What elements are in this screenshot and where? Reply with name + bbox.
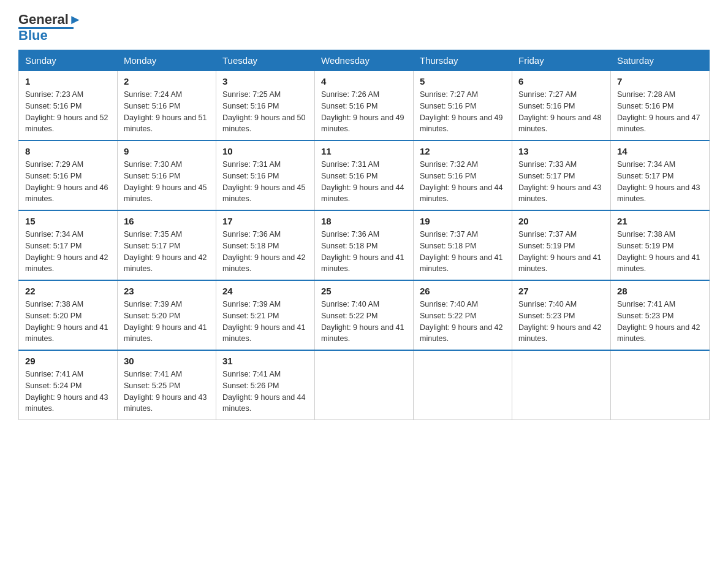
- calendar-week-row: 22Sunrise: 7:38 AMSunset: 5:20 PMDayligh…: [19, 280, 710, 350]
- day-info: Sunrise: 7:41 AMSunset: 5:23 PMDaylight:…: [617, 299, 703, 345]
- day-number: 30: [124, 356, 210, 366]
- calendar-cell: 9Sunrise: 7:30 AMSunset: 5:16 PMDaylight…: [118, 140, 216, 210]
- day-number: 13: [518, 146, 604, 156]
- day-number: 26: [420, 286, 506, 296]
- day-info: Sunrise: 7:35 AMSunset: 5:17 PMDaylight:…: [124, 229, 210, 275]
- calendar-week-row: 8Sunrise: 7:29 AMSunset: 5:16 PMDaylight…: [19, 140, 710, 210]
- day-number: 28: [617, 286, 703, 296]
- calendar-cell: [315, 350, 414, 420]
- day-number: 5: [420, 76, 506, 86]
- day-number: 8: [25, 146, 111, 156]
- weekday-header-tuesday: Tuesday: [216, 50, 315, 71]
- calendar-cell: 8Sunrise: 7:29 AMSunset: 5:16 PMDaylight…: [19, 140, 118, 210]
- calendar-cell: 10Sunrise: 7:31 AMSunset: 5:16 PMDayligh…: [216, 140, 315, 210]
- calendar-cell: 3Sunrise: 7:25 AMSunset: 5:16 PMDaylight…: [216, 71, 315, 141]
- day-info: Sunrise: 7:38 AMSunset: 5:20 PMDaylight:…: [25, 299, 111, 345]
- day-number: 14: [617, 146, 703, 156]
- calendar-cell: 7Sunrise: 7:28 AMSunset: 5:16 PMDaylight…: [611, 71, 710, 141]
- calendar-cell: 13Sunrise: 7:33 AMSunset: 5:17 PMDayligh…: [512, 140, 611, 210]
- day-info: Sunrise: 7:40 AMSunset: 5:22 PMDaylight:…: [321, 299, 407, 345]
- day-info: Sunrise: 7:41 AMSunset: 5:26 PMDaylight:…: [222, 369, 308, 415]
- calendar-cell: 30Sunrise: 7:41 AMSunset: 5:25 PMDayligh…: [118, 350, 216, 420]
- day-number: 10: [222, 146, 308, 156]
- day-number: 27: [518, 286, 604, 296]
- day-info: Sunrise: 7:40 AMSunset: 5:23 PMDaylight:…: [518, 299, 604, 345]
- weekday-header-wednesday: Wednesday: [315, 50, 414, 71]
- day-info: Sunrise: 7:34 AMSunset: 5:17 PMDaylight:…: [617, 159, 703, 205]
- day-number: 29: [25, 356, 111, 366]
- day-number: 3: [222, 76, 308, 86]
- day-number: 22: [25, 286, 111, 296]
- calendar-week-row: 15Sunrise: 7:34 AMSunset: 5:17 PMDayligh…: [19, 210, 710, 280]
- calendar-cell: 17Sunrise: 7:36 AMSunset: 5:18 PMDayligh…: [216, 210, 315, 280]
- day-info: Sunrise: 7:23 AMSunset: 5:16 PMDaylight:…: [25, 89, 111, 135]
- day-number: 17: [222, 216, 308, 226]
- day-info: Sunrise: 7:28 AMSunset: 5:16 PMDaylight:…: [617, 89, 703, 135]
- calendar-cell: 25Sunrise: 7:40 AMSunset: 5:22 PMDayligh…: [315, 280, 414, 350]
- calendar-cell: 6Sunrise: 7:27 AMSunset: 5:16 PMDaylight…: [512, 71, 611, 141]
- calendar-week-row: 29Sunrise: 7:41 AMSunset: 5:24 PMDayligh…: [19, 350, 710, 420]
- calendar-cell: 26Sunrise: 7:40 AMSunset: 5:22 PMDayligh…: [414, 280, 512, 350]
- calendar-cell: 18Sunrise: 7:36 AMSunset: 5:18 PMDayligh…: [315, 210, 414, 280]
- calendar-cell: 31Sunrise: 7:41 AMSunset: 5:26 PMDayligh…: [216, 350, 315, 420]
- calendar-cell: 2Sunrise: 7:24 AMSunset: 5:16 PMDaylight…: [118, 71, 216, 141]
- day-number: 12: [420, 146, 506, 156]
- day-info: Sunrise: 7:33 AMSunset: 5:17 PMDaylight:…: [518, 159, 604, 205]
- calendar-cell: [414, 350, 512, 420]
- day-info: Sunrise: 7:36 AMSunset: 5:18 PMDaylight:…: [321, 229, 407, 275]
- calendar-cell: 21Sunrise: 7:38 AMSunset: 5:19 PMDayligh…: [611, 210, 710, 280]
- day-info: Sunrise: 7:37 AMSunset: 5:19 PMDaylight:…: [518, 229, 604, 275]
- day-info: Sunrise: 7:34 AMSunset: 5:17 PMDaylight:…: [25, 229, 111, 275]
- day-number: 16: [124, 216, 210, 226]
- day-info: Sunrise: 7:39 AMSunset: 5:20 PMDaylight:…: [124, 299, 210, 345]
- day-number: 1: [25, 76, 111, 86]
- day-info: Sunrise: 7:24 AMSunset: 5:16 PMDaylight:…: [124, 89, 210, 135]
- day-info: Sunrise: 7:27 AMSunset: 5:16 PMDaylight:…: [518, 89, 604, 135]
- day-number: 2: [124, 76, 210, 86]
- day-info: Sunrise: 7:39 AMSunset: 5:21 PMDaylight:…: [222, 299, 308, 345]
- calendar-cell: 29Sunrise: 7:41 AMSunset: 5:24 PMDayligh…: [19, 350, 118, 420]
- day-number: 7: [617, 76, 703, 86]
- day-info: Sunrise: 7:26 AMSunset: 5:16 PMDaylight:…: [321, 89, 407, 135]
- day-number: 4: [321, 76, 407, 86]
- calendar-cell: 1Sunrise: 7:23 AMSunset: 5:16 PMDaylight…: [19, 71, 118, 141]
- day-number: 11: [321, 146, 407, 156]
- day-number: 20: [518, 216, 604, 226]
- calendar-cell: 11Sunrise: 7:31 AMSunset: 5:16 PMDayligh…: [315, 140, 414, 210]
- calendar-cell: 19Sunrise: 7:37 AMSunset: 5:18 PMDayligh…: [414, 210, 512, 280]
- day-number: 31: [222, 356, 308, 366]
- logo: General► Blue: [18, 12, 82, 44]
- calendar-cell: 12Sunrise: 7:32 AMSunset: 5:16 PMDayligh…: [414, 140, 512, 210]
- weekday-header-saturday: Saturday: [611, 50, 710, 71]
- day-number: 24: [222, 286, 308, 296]
- weekday-header-row: SundayMondayTuesdayWednesdayThursdayFrid…: [19, 50, 710, 71]
- calendar-cell: 15Sunrise: 7:34 AMSunset: 5:17 PMDayligh…: [19, 210, 118, 280]
- day-number: 19: [420, 216, 506, 226]
- calendar-cell: 20Sunrise: 7:37 AMSunset: 5:19 PMDayligh…: [512, 210, 611, 280]
- day-info: Sunrise: 7:31 AMSunset: 5:16 PMDaylight:…: [222, 159, 308, 205]
- weekday-header-friday: Friday: [512, 50, 611, 71]
- calendar-week-row: 1Sunrise: 7:23 AMSunset: 5:16 PMDaylight…: [19, 71, 710, 141]
- page-header: General► Blue: [18, 12, 710, 44]
- day-info: Sunrise: 7:41 AMSunset: 5:24 PMDaylight:…: [25, 369, 111, 415]
- calendar-cell: 22Sunrise: 7:38 AMSunset: 5:20 PMDayligh…: [19, 280, 118, 350]
- logo-text: General►: [18, 12, 82, 27]
- calendar-cell: 24Sunrise: 7:39 AMSunset: 5:21 PMDayligh…: [216, 280, 315, 350]
- weekday-header-sunday: Sunday: [19, 50, 118, 71]
- day-number: 9: [124, 146, 210, 156]
- calendar-cell: 14Sunrise: 7:34 AMSunset: 5:17 PMDayligh…: [611, 140, 710, 210]
- calendar-table: SundayMondayTuesdayWednesdayThursdayFrid…: [18, 50, 710, 420]
- weekday-header-thursday: Thursday: [414, 50, 512, 71]
- day-info: Sunrise: 7:31 AMSunset: 5:16 PMDaylight:…: [321, 159, 407, 205]
- day-info: Sunrise: 7:41 AMSunset: 5:25 PMDaylight:…: [124, 369, 210, 415]
- day-number: 25: [321, 286, 407, 296]
- day-info: Sunrise: 7:29 AMSunset: 5:16 PMDaylight:…: [25, 159, 111, 205]
- day-number: 6: [518, 76, 604, 86]
- calendar-cell: 23Sunrise: 7:39 AMSunset: 5:20 PMDayligh…: [118, 280, 216, 350]
- day-info: Sunrise: 7:37 AMSunset: 5:18 PMDaylight:…: [420, 229, 506, 275]
- calendar-cell: 4Sunrise: 7:26 AMSunset: 5:16 PMDaylight…: [315, 71, 414, 141]
- calendar-cell: 27Sunrise: 7:40 AMSunset: 5:23 PMDayligh…: [512, 280, 611, 350]
- day-info: Sunrise: 7:25 AMSunset: 5:16 PMDaylight:…: [222, 89, 308, 135]
- day-info: Sunrise: 7:32 AMSunset: 5:16 PMDaylight:…: [420, 159, 506, 205]
- day-number: 23: [124, 286, 210, 296]
